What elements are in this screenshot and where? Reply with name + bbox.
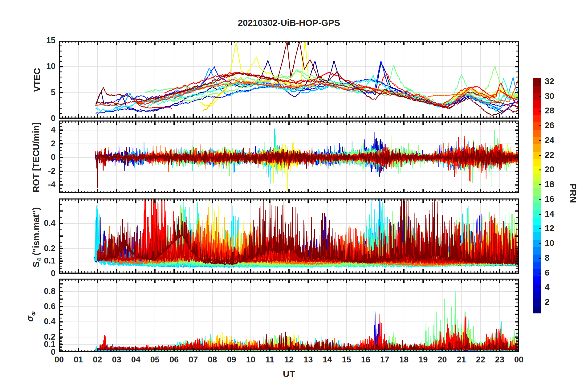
colorbar-segment (533, 144, 541, 152)
y-tick-label-sigma_phi: 0.6 (31, 302, 55, 311)
x-tick-label: 04 (127, 355, 145, 365)
colorbar-segment (533, 173, 541, 181)
x-tick-label: 06 (165, 355, 183, 365)
colorbar-tick-label: 6 (545, 268, 566, 278)
x-tick-label: 13 (299, 355, 317, 365)
colorbar-tick-mark (539, 258, 541, 259)
panel-s4 (59, 198, 519, 274)
colorbar-segment (533, 129, 541, 137)
colorbar-segment (533, 232, 541, 240)
colorbar-tick-mark (539, 155, 541, 156)
colorbar-segment (533, 305, 541, 313)
colorbar-tick-mark (539, 302, 541, 303)
colorbar-tick-label: 8 (545, 253, 566, 263)
colorbar-segment (533, 159, 541, 166)
panel-vtec (59, 41, 519, 119)
x-tick-label: 07 (184, 355, 202, 365)
y-tick-label-sigma_phi: 0.8 (31, 287, 55, 296)
x-tick-label: 17 (376, 355, 394, 365)
x-tick-label: 16 (356, 355, 375, 365)
colorbar-segment (533, 188, 541, 196)
x-tick-label: 21 (452, 355, 471, 365)
panel-s4-plot (59, 198, 519, 274)
colorbar-tick-label: 28 (545, 106, 566, 116)
colorbar-tick-label: 12 (545, 223, 566, 233)
x-tick-label: 10 (242, 355, 260, 365)
y-tick-label-vtec: 0 (31, 114, 55, 123)
colorbar-tick-label: 22 (545, 150, 566, 160)
colorbar-tick-label: 4 (545, 282, 566, 292)
y-tick-label-s4: 0.4 (31, 218, 55, 228)
y-tick-label-rot: 2 (31, 139, 55, 149)
y-tick-label-s4: 0 (31, 269, 55, 278)
figure: 20210302-UiB-HOP-GPS VTEC ROT [TECU/min]… (0, 0, 586, 392)
x-tick-label: 03 (108, 355, 126, 365)
y-tick-label-sigma_phi: 0.2 (31, 332, 55, 342)
x-tick-label: 15 (337, 355, 356, 365)
colorbar-tick-label: 18 (545, 179, 566, 189)
colorbar-tick-mark (539, 243, 541, 244)
colorbar-tick-mark (539, 81, 541, 82)
y-tick-label-vtec: 10 (31, 62, 55, 71)
y-tick-label-rot: 4 (31, 125, 55, 135)
panel-vtec-plot (59, 41, 519, 119)
x-tick-label: 19 (414, 355, 432, 365)
colorbar-tick-label: 10 (545, 238, 566, 248)
y-tick-label-s4: 0.1 (31, 256, 55, 266)
y-axis-label-vtec: VTEC (32, 49, 42, 111)
x-tick-label: 05 (146, 355, 164, 365)
x-tick-label: 00 (510, 355, 528, 365)
x-axis-label: UT (59, 369, 519, 379)
colorbar-tick-mark (539, 169, 541, 170)
colorbar-segment (533, 261, 541, 269)
x-tick-label: 00 (50, 355, 68, 365)
x-tick-label: 14 (318, 355, 336, 365)
y-tick-label-rot: -2 (31, 166, 55, 176)
x-tick-label: 08 (203, 355, 222, 365)
colorbar-segment (533, 217, 541, 225)
panel-rot-plot (59, 120, 519, 193)
colorbar-segment (533, 85, 541, 93)
colorbar-tick-mark (539, 273, 541, 274)
colorbar-tick-mark (539, 228, 541, 229)
colorbar-tick-mark (539, 125, 541, 126)
colorbar-segment (533, 203, 541, 210)
colorbar-segment (533, 276, 541, 284)
x-tick-label: 01 (69, 355, 87, 365)
colorbar-tick-mark (539, 199, 541, 200)
colorbar-tick-mark (539, 287, 541, 288)
colorbar-tick-label: 24 (545, 135, 566, 145)
y-tick-label-vtec: 5 (31, 88, 55, 97)
y-tick-label-vtec: 15 (31, 36, 55, 45)
colorbar-segment (533, 100, 541, 108)
y-tick-label-sigma_phi: 0.4 (31, 317, 55, 326)
panel-sigma-phi-plot (59, 279, 519, 352)
panel-rot (59, 120, 519, 193)
colorbar-tick-label: 26 (545, 120, 566, 130)
x-tick-label: 23 (490, 355, 509, 365)
colorbar-tick-label: 2 (545, 297, 566, 307)
y-tick-label-rot: 0 (31, 153, 55, 162)
x-tick-label: 18 (395, 355, 413, 365)
colorbar-tick-label: 16 (545, 194, 566, 204)
colorbar-tick-label: 20 (545, 165, 566, 174)
x-tick-label: 22 (471, 355, 490, 365)
colorbar-tick-label: 32 (545, 76, 566, 86)
colorbar-label: PRN (568, 175, 578, 212)
colorbar-segment (533, 291, 541, 298)
panel-sigma-phi (59, 279, 519, 352)
chart-title: 20210302-UiB-HOP-GPS (59, 18, 519, 28)
x-tick-label: 11 (261, 355, 279, 365)
prn-colorbar (533, 78, 541, 313)
x-tick-label: 12 (280, 355, 298, 365)
colorbar-tick-mark (539, 184, 541, 185)
colorbar-tick-label: 30 (545, 91, 566, 101)
colorbar-tick-label: 14 (545, 209, 566, 219)
colorbar-segment (533, 115, 541, 122)
colorbar-tick-mark (539, 96, 541, 97)
x-tick-label: 09 (222, 355, 241, 365)
colorbar-segment (533, 247, 541, 255)
colorbar-tick-mark (539, 214, 541, 215)
x-tick-label: 20 (433, 355, 451, 365)
y-tick-label-s4: 0.2 (31, 244, 55, 253)
